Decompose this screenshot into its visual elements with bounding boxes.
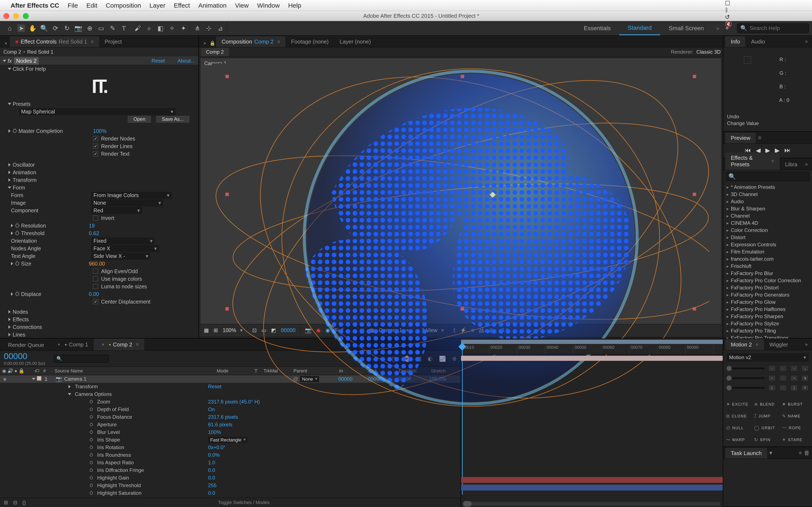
camera-prop-row[interactable]: ÖHighlight Gain0.0 bbox=[0, 474, 461, 482]
ep-category[interactable]: * Animation Presets bbox=[724, 183, 811, 191]
camera-prop-row[interactable]: ÖBlur Level100% bbox=[0, 429, 461, 436]
motion-action-burst[interactable]: ✷BURST bbox=[782, 400, 807, 409]
mo-btn[interactable]: ↯ bbox=[801, 375, 809, 381]
ep-search-input[interactable]: 🔍 bbox=[726, 172, 809, 181]
text-angle-dropdown[interactable]: Side View X - bbox=[91, 252, 151, 260]
panel-menu-icon[interactable]: ≡ bbox=[136, 342, 139, 347]
app-menu[interactable]: After Effects CC bbox=[11, 2, 59, 9]
motion-slider[interactable] bbox=[726, 377, 765, 379]
twirl-icon[interactable] bbox=[11, 224, 13, 227]
workspace-standard[interactable]: Standard bbox=[619, 21, 660, 35]
mo-btn[interactable]: ¬ bbox=[791, 375, 798, 381]
panel-overflow-icon[interactable]: » bbox=[803, 161, 810, 167]
render-nodes-checkbox[interactable] bbox=[93, 136, 98, 141]
mo-btn[interactable]: · bbox=[779, 365, 786, 372]
view-axis-icon[interactable]: ⊿ bbox=[216, 24, 224, 32]
ep-category[interactable]: FxFactory Pro Blur bbox=[724, 270, 811, 277]
ep-category[interactable]: Channel bbox=[724, 212, 811, 220]
ep-category[interactable]: Distort bbox=[724, 234, 811, 241]
mo-btn[interactable]: - bbox=[791, 365, 798, 372]
ep-category[interactable]: Expression Controls bbox=[724, 241, 811, 248]
motion-slider[interactable] bbox=[726, 368, 765, 369]
tab-composition[interactable]: Composition Comp 2 ≡ bbox=[216, 36, 286, 47]
time-navigator[interactable] bbox=[463, 502, 721, 506]
puppet-tool-icon[interactable]: ✦ bbox=[180, 24, 187, 32]
threshold-label[interactable]: Threshold bbox=[21, 230, 44, 236]
renderer-value[interactable]: Classic 3D bbox=[696, 49, 721, 55]
group-oscillator[interactable]: Oscillator bbox=[13, 162, 35, 168]
selection-tool-icon[interactable]: ➤ bbox=[17, 24, 25, 32]
preset-open-button[interactable]: Open bbox=[127, 115, 151, 123]
about-link[interactable]: About... bbox=[177, 58, 195, 64]
twirl-icon[interactable] bbox=[8, 333, 11, 336]
ep-category[interactable]: FxFactory Pro Distort bbox=[724, 284, 811, 291]
panel-menu-icon[interactable]: ≡ bbox=[758, 134, 761, 141]
twirl-icon[interactable] bbox=[8, 129, 11, 133]
brackets-icon[interactable]: {} bbox=[22, 500, 26, 506]
group-transform[interactable]: Transform bbox=[13, 177, 37, 183]
motion-action-warp[interactable]: ⤳WARP bbox=[726, 435, 752, 445]
menu-animation[interactable]: Animation bbox=[198, 2, 226, 9]
component-dropdown[interactable]: Red bbox=[91, 207, 142, 214]
ep-category[interactable]: FxFactory Pro Sharpen bbox=[724, 313, 811, 320]
resolution-label[interactable]: Resolution bbox=[21, 223, 46, 229]
roto-tool-icon[interactable]: ✧ bbox=[168, 24, 176, 32]
mo-btn[interactable]: · bbox=[779, 375, 786, 381]
twirl-icon[interactable] bbox=[11, 231, 13, 235]
motion-slider[interactable] bbox=[726, 387, 765, 389]
menu-view[interactable]: View bbox=[235, 2, 248, 9]
master-completion-value[interactable]: 100% bbox=[93, 128, 107, 134]
align-checkbox[interactable] bbox=[93, 269, 98, 274]
ep-category[interactable]: Film Emulation bbox=[724, 248, 811, 256]
mo-btn[interactable]: ⌊ bbox=[768, 385, 776, 391]
eraser-tool-icon[interactable]: ◧ bbox=[157, 24, 164, 32]
invert-checkbox[interactable] bbox=[93, 216, 98, 221]
zoom-tool-icon[interactable]: 🔍 bbox=[40, 24, 48, 32]
twirl-icon[interactable] bbox=[8, 163, 11, 166]
timecode[interactable]: 00000 bbox=[4, 351, 45, 361]
menu-effect[interactable]: Effect bbox=[174, 2, 190, 9]
tab-layer[interactable]: Layer (none) bbox=[334, 36, 376, 47]
workspace-essentials[interactable]: Essentials bbox=[575, 21, 619, 35]
tab-task-launch[interactable]: Task Launch bbox=[725, 448, 767, 459]
tab-wiggler[interactable]: Wiggler bbox=[764, 339, 794, 350]
mo-btn[interactable]: ≡ bbox=[801, 385, 809, 391]
preset-saveas-button[interactable]: Save As... bbox=[156, 115, 190, 123]
motion-action-clone[interactable]: ⧉CLONE bbox=[726, 411, 752, 421]
menu-file[interactable]: File bbox=[68, 2, 78, 9]
frame-blend-icon[interactable]: ⊟ bbox=[13, 500, 17, 506]
world-axis-icon[interactable]: ⊹ bbox=[205, 24, 212, 32]
zoom-button[interactable] bbox=[23, 13, 29, 19]
comp-subtab[interactable]: Comp 2 bbox=[201, 48, 229, 56]
tab-audio[interactable]: Audio bbox=[745, 36, 770, 47]
tab-project[interactable]: Project bbox=[99, 36, 127, 47]
chevron-down-icon[interactable]: ▾ bbox=[769, 449, 772, 456]
motion-action-rope[interactable]: 〰ROPE bbox=[782, 424, 807, 433]
camera-tool-icon[interactable]: 📷 bbox=[74, 24, 82, 32]
toggle-switches-modes[interactable]: Toggle Switches / Modes bbox=[31, 500, 457, 505]
status-icon[interactable]: ☐ bbox=[725, 0, 808, 7]
camera-prop-row[interactable]: ÖHighlight Saturation0.0 bbox=[0, 489, 461, 497]
panel-menu-icon[interactable]: ≡ bbox=[756, 342, 759, 347]
reset-link[interactable]: Reset bbox=[152, 58, 165, 64]
tab-info[interactable]: Info bbox=[725, 36, 745, 47]
resolution-value[interactable]: 19 bbox=[89, 223, 95, 229]
minimize-button[interactable] bbox=[13, 13, 19, 19]
home-icon[interactable]: ⌂ bbox=[6, 24, 13, 32]
camera-prop-row[interactable]: ÖFocus Distance2317.6 pixels bbox=[0, 413, 461, 421]
ep-category[interactable]: Frischluft bbox=[724, 263, 811, 270]
tab-comp2[interactable]: × ▪ Comp 2 ≡ bbox=[94, 339, 144, 350]
orbit-tool-icon[interactable]: ⟳ bbox=[52, 24, 59, 32]
center-disp-checkbox[interactable] bbox=[93, 299, 98, 304]
ep-category[interactable]: FxFactory Pro Generators bbox=[724, 291, 811, 298]
group-form[interactable]: Form bbox=[13, 185, 25, 191]
ep-category[interactable]: FxFactory Pro Tiling bbox=[724, 327, 811, 334]
form-dropdown[interactable]: From Image Colors bbox=[91, 192, 172, 199]
layer-bar-solid[interactable] bbox=[461, 477, 723, 483]
ep-category[interactable]: FxFactory Pro Stylize bbox=[724, 320, 811, 327]
clone-tool-icon[interactable]: ⟐ bbox=[145, 24, 153, 32]
twirl-icon[interactable] bbox=[8, 68, 11, 70]
camera-prop-row[interactable]: ÖIris Diffraction Fringe0.0 bbox=[0, 466, 461, 474]
camera-prop-row[interactable]: ÖIris Rotation0x+0.0° bbox=[0, 444, 461, 451]
ep-category[interactable]: FxFactory Pro Glow bbox=[724, 298, 811, 306]
